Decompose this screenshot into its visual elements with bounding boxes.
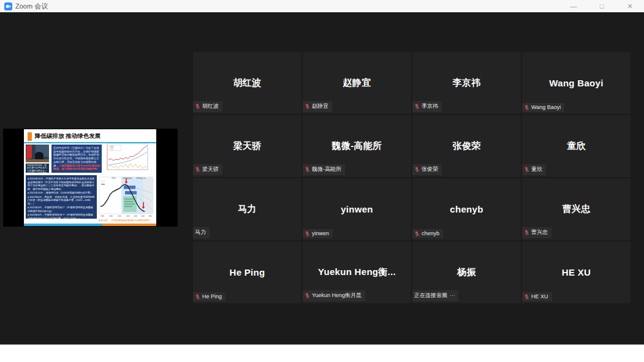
svg-text:2060碳中和: 2060碳中和 bbox=[136, 177, 146, 179]
window-title: Zoom 会议 bbox=[15, 2, 48, 11]
slide-bullet: ■2023年6月，中国科学院发布了《中国科学院科技支撑碳达峰碳中和行动计划实施方… bbox=[28, 213, 95, 219]
participant-name: 童欣 bbox=[563, 140, 589, 152]
label-text: Yuekun Heng衡月昆 bbox=[312, 292, 362, 300]
participant-name-label: 张俊荣 bbox=[412, 164, 442, 175]
participant-tile[interactable]: yinwenyinwen bbox=[303, 178, 411, 240]
participant-name-label: HE XU bbox=[522, 292, 552, 301]
muted-mic-icon bbox=[305, 231, 310, 236]
label-text: HE XU bbox=[531, 293, 548, 300]
muted-mic-icon bbox=[414, 167, 420, 172]
label-text: 童欣 bbox=[531, 165, 542, 173]
svg-text:2000: 2000 bbox=[109, 215, 113, 217]
participant-name: Wang Baoyi bbox=[545, 78, 607, 88]
participant-tile[interactable]: HE XUHE XU bbox=[522, 241, 631, 303]
label-text: chenyb bbox=[422, 230, 439, 236]
participant-name-label: 童欣 bbox=[522, 164, 546, 175]
svg-text:2030碳达峰: 2030碳达峰 bbox=[123, 177, 132, 179]
label-text: 赵静宜 bbox=[312, 102, 328, 110]
label-text: 魏微-高能所 bbox=[312, 165, 341, 173]
participant-tile[interactable]: 胡红波胡红波 bbox=[193, 52, 301, 114]
label-text: 正在连接音频 bbox=[414, 292, 447, 300]
participant-name-label: 胡红波 bbox=[193, 101, 222, 112]
muted-mic-icon bbox=[524, 230, 529, 235]
photo-caption: 2020年9月22日，国家主席习近平在第七十五届联合国大会一般性辩论上发表重要讲… bbox=[26, 164, 49, 173]
shared-screen[interactable]: 降低碳排放 推动绿色发展 2020年9月22日，国家主席习近平在第七十五届联合国… bbox=[3, 129, 178, 227]
participant-name: chenyb bbox=[446, 204, 487, 214]
participant-tile[interactable]: 马力马力 bbox=[193, 178, 301, 240]
participant-tile[interactable]: 张俊荣张俊荣 bbox=[412, 115, 521, 177]
participant-tile[interactable]: 杨振正在连接音频⋯ bbox=[412, 241, 521, 303]
muted-mic-icon bbox=[414, 104, 420, 109]
label-text: 曹兴忠 bbox=[531, 228, 548, 236]
participant-name-label: chenyb bbox=[412, 229, 443, 238]
participant-name: He Ping bbox=[226, 267, 269, 277]
minimize-button[interactable]: — bbox=[559, 0, 588, 12]
source-caption: 数据来源：《中国长期低碳发展战略与转型路径研究》 bbox=[99, 219, 155, 222]
participant-name-label: 曹兴忠 bbox=[522, 227, 551, 238]
participant-tile[interactable]: 李京祎李京祎 bbox=[412, 52, 521, 114]
muted-mic-icon bbox=[305, 293, 310, 298]
label-text: 梁天骄 bbox=[202, 165, 219, 173]
maximize-button[interactable]: □ bbox=[588, 0, 616, 12]
participant-tile[interactable]: chenybchenyb bbox=[412, 178, 521, 240]
label-text: He Ping bbox=[202, 293, 222, 300]
participant-tile[interactable]: 曹兴忠曹兴忠 bbox=[522, 178, 631, 240]
participant-name: 张俊荣 bbox=[449, 140, 485, 152]
slide-title: 降低碳排放 推动绿色发展 bbox=[35, 132, 100, 140]
participant-name: Yuekun Heng衡... bbox=[314, 266, 400, 278]
connecting-audio-status: 正在连接音频⋯ bbox=[412, 290, 458, 301]
slide-bullet: ■2021年10月，国务院印发《2030年前碳达峰行动方案》 bbox=[28, 191, 95, 195]
participant-name: 胡红波 bbox=[230, 77, 265, 89]
participant-tile[interactable]: He PingHe Ping bbox=[193, 241, 301, 303]
muted-mic-icon bbox=[195, 167, 200, 172]
participant-name-label: 梁天骄 bbox=[193, 164, 222, 175]
svg-text:2060: 2060 bbox=[148, 215, 152, 217]
slide-bullet: ■2022年6月，科技部、发展改革委、工业和信息化部等9部门印发《科技支撑碳达峰… bbox=[28, 195, 95, 206]
window-titlebar: Zoom 会议 — □ ✕ bbox=[0, 0, 644, 12]
emission-pathway-chart: 2020 2030碳达峰 2060碳中和 1990 2000 2010 2020… bbox=[98, 176, 155, 219]
muted-mic-icon bbox=[524, 294, 529, 300]
participant-tile[interactable]: 童欣童欣 bbox=[522, 115, 631, 177]
participant-name-label: He Ping bbox=[193, 292, 225, 301]
label-text: 胡红波 bbox=[202, 102, 219, 110]
policy-bullet-list: ■2020年10月，中国共产党第十九届中央委员会第五次全体会议审议通过《中共中央… bbox=[26, 175, 97, 219]
participant-tile[interactable]: Yuekun Heng衡...Yuekun Heng衡月昆 bbox=[303, 241, 411, 303]
muted-mic-icon bbox=[524, 167, 529, 172]
participant-name: 杨振 bbox=[453, 266, 480, 278]
quote-highlight: 二氧化碳排放力争于2030年前达到峰值，努力争取2060年前实现碳中和。 bbox=[53, 164, 100, 171]
label-text: yinwen bbox=[312, 230, 329, 236]
slide-accent-bar bbox=[28, 132, 32, 141]
participant-tile[interactable]: 魏微-高能所魏微-高能所 bbox=[303, 115, 411, 177]
close-button[interactable]: ✕ bbox=[616, 0, 644, 12]
participant-name-label: 赵静宜 bbox=[303, 101, 332, 112]
label-text: Wang Baoyi bbox=[531, 104, 561, 110]
svg-text:2020: 2020 bbox=[112, 177, 116, 179]
presentation-slide: 降低碳排放 推动绿色发展 2020年9月22日，国家主席习近平在第七十五届联合国… bbox=[24, 129, 156, 226]
svg-text:1990: 1990 bbox=[100, 215, 104, 217]
muted-mic-icon bbox=[195, 294, 200, 300]
participant-name: yinwen bbox=[337, 204, 377, 214]
participant-tile[interactable]: 赵静宜赵静宜 bbox=[303, 52, 411, 114]
connecting-dots-icon: ⋯ bbox=[450, 293, 455, 298]
muted-mic-icon bbox=[305, 104, 310, 109]
participant-name-label: Yuekun Heng衡月昆 bbox=[303, 290, 365, 301]
svg-text:2030: 2030 bbox=[134, 215, 137, 217]
muted-mic-icon bbox=[195, 104, 200, 109]
participant-name-label: 马力 bbox=[193, 227, 210, 238]
label-text: 张俊荣 bbox=[422, 165, 438, 173]
svg-text:2040: 2040 bbox=[141, 215, 145, 217]
participant-name-label: Wang Baoyi bbox=[522, 103, 564, 112]
quote-box: 应对气候变化《巴黎协定》代表了全球绿色低碳转型的大方向，是保护地球家园需要采取的… bbox=[51, 145, 102, 173]
svg-text:2010: 2010 bbox=[118, 215, 121, 217]
participant-name-label: 魏微-高能所 bbox=[303, 164, 345, 175]
participant-name: 赵静宜 bbox=[339, 77, 375, 89]
muted-mic-icon bbox=[414, 231, 420, 236]
speaker-silhouette bbox=[35, 152, 44, 159]
participant-tile[interactable]: Wang BaoyiWang Baoyi bbox=[522, 52, 631, 114]
participant-tile[interactable]: 梁天骄梁天骄 bbox=[193, 115, 301, 177]
participant-name: 魏微-高能所 bbox=[328, 140, 386, 152]
muted-mic-icon bbox=[305, 167, 310, 172]
participant-name: 曹兴忠 bbox=[559, 203, 594, 215]
participant-name-label: 李京祎 bbox=[412, 101, 442, 112]
muted-mic-icon bbox=[524, 105, 529, 110]
